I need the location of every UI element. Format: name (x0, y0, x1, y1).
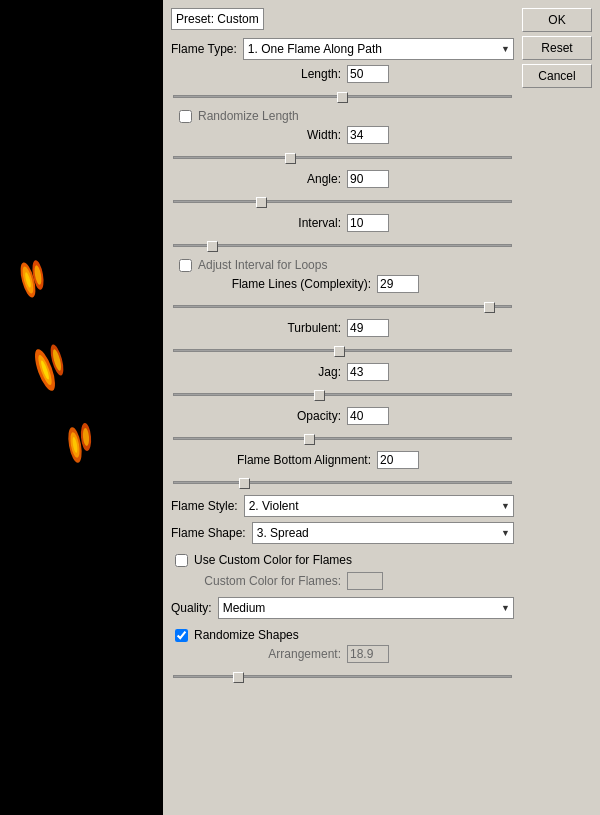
quality-select-wrapper: Medium (218, 597, 514, 619)
interval-slider[interactable] (173, 237, 512, 253)
quality-select[interactable]: Medium (218, 597, 514, 619)
adjust-interval-row: Adjust Interval for Loops (171, 258, 514, 272)
length-slider-row (171, 86, 514, 106)
flame-lines-row: Flame Lines (Complexity): (171, 275, 514, 293)
content-area: Flame Type: 1. One Flame Along Path Leng… (171, 38, 514, 686)
arrangement-slider[interactable] (173, 668, 512, 684)
preset-select[interactable]: Preset: Custom (171, 8, 264, 30)
interval-input[interactable] (347, 214, 389, 232)
width-input[interactable] (347, 126, 389, 144)
angle-slider-row (171, 191, 514, 211)
flame-bottom-row: Flame Bottom Alignment: (171, 451, 514, 469)
arrangement-input (347, 645, 389, 663)
flame-shape-row: Flame Shape: 3. Spread (171, 522, 514, 544)
flame-style-label: Flame Style: (171, 499, 238, 513)
flame-shape-label: Flame Shape: (171, 526, 246, 540)
interval-label: Interval: (171, 216, 341, 230)
turbulent-slider[interactable] (173, 342, 512, 358)
width-slider-row (171, 147, 514, 167)
length-input[interactable] (347, 65, 389, 83)
flame-lines-input[interactable] (377, 275, 419, 293)
flame-bottom-label: Flame Bottom Alignment: (171, 453, 371, 467)
randomize-length-row: Randomize Length (171, 109, 514, 123)
flame-type-select-wrapper: 1. One Flame Along Path (243, 38, 514, 60)
randomize-length-checkbox[interactable] (179, 110, 192, 123)
flame-bottom-input[interactable] (377, 451, 419, 469)
opacity-row: Opacity: (171, 407, 514, 425)
turbulent-label: Turbulent: (171, 321, 341, 335)
cancel-button[interactable]: Cancel (522, 64, 592, 88)
length-row: Length: (171, 65, 514, 83)
opacity-input[interactable] (347, 407, 389, 425)
jag-input[interactable] (347, 363, 389, 381)
jag-row: Jag: (171, 363, 514, 381)
flame-bottom-slider-row (171, 472, 514, 492)
flame-style-select-wrapper: 2. Violent (244, 495, 514, 517)
randomize-shapes-checkbox[interactable] (175, 629, 188, 642)
adjust-interval-checkbox[interactable] (179, 259, 192, 272)
jag-label: Jag: (171, 365, 341, 379)
use-custom-color-label: Use Custom Color for Flames (194, 553, 352, 567)
arrangement-slider-row (171, 666, 514, 686)
flame-type-select[interactable]: 1. One Flame Along Path (243, 38, 514, 60)
flame-lines-label: Flame Lines (Complexity): (171, 277, 371, 291)
use-custom-color-row: Use Custom Color for Flames (171, 553, 514, 567)
flame-type-label: Flame Type: (171, 42, 237, 56)
flame-type-row: Flame Type: 1. One Flame Along Path (171, 38, 514, 60)
quality-label: Quality: (171, 601, 212, 615)
use-custom-color-checkbox[interactable] (175, 554, 188, 567)
arrangement-label: Arrangement: (171, 647, 341, 661)
flame-style-select[interactable]: 2. Violent (244, 495, 514, 517)
custom-color-row: Custom Color for Flames: (171, 572, 514, 590)
jag-slider-row (171, 384, 514, 404)
randomize-length-label: Randomize Length (198, 109, 299, 123)
flame-lines-slider-row (171, 296, 514, 316)
flame-style-row: Flame Style: 2. Violent (171, 495, 514, 517)
flame-shape-select[interactable]: 3. Spread (252, 522, 514, 544)
button-group: OK Reset Cancel (522, 8, 592, 88)
preview-panel (0, 0, 163, 815)
flame-lines-slider[interactable] (173, 298, 512, 314)
randomize-shapes-row: Randomize Shapes (171, 628, 514, 642)
custom-color-swatch[interactable] (347, 572, 383, 590)
interval-row: Interval: (171, 214, 514, 232)
width-row: Width: (171, 126, 514, 144)
width-slider[interactable] (173, 149, 512, 165)
angle-label: Angle: (171, 172, 341, 186)
opacity-label: Opacity: (171, 409, 341, 423)
opacity-slider-row (171, 428, 514, 448)
interval-slider-row (171, 235, 514, 255)
angle-slider[interactable] (173, 193, 512, 209)
reset-button[interactable]: Reset (522, 36, 592, 60)
opacity-slider[interactable] (173, 430, 512, 446)
turbulent-row: Turbulent: (171, 319, 514, 337)
quality-row: Quality: Medium (171, 597, 514, 619)
width-label: Width: (171, 128, 341, 142)
ok-button[interactable]: OK (522, 8, 592, 32)
angle-input[interactable] (347, 170, 389, 188)
flame-bottom-slider[interactable] (173, 474, 512, 490)
arrangement-row: Arrangement: (171, 645, 514, 663)
length-slider[interactable] (173, 88, 512, 104)
randomize-shapes-label: Randomize Shapes (194, 628, 299, 642)
turbulent-input[interactable] (347, 319, 389, 337)
main-panel: Preset: Custom OK Reset Cancel Flame Typ… (163, 0, 600, 815)
flame-shape-select-wrapper: 3. Spread (252, 522, 514, 544)
jag-slider[interactable] (173, 386, 512, 402)
angle-row: Angle: (171, 170, 514, 188)
turbulent-slider-row (171, 340, 514, 360)
custom-color-label: Custom Color for Flames: (171, 574, 341, 588)
adjust-interval-label: Adjust Interval for Loops (198, 258, 327, 272)
length-label: Length: (171, 67, 341, 81)
